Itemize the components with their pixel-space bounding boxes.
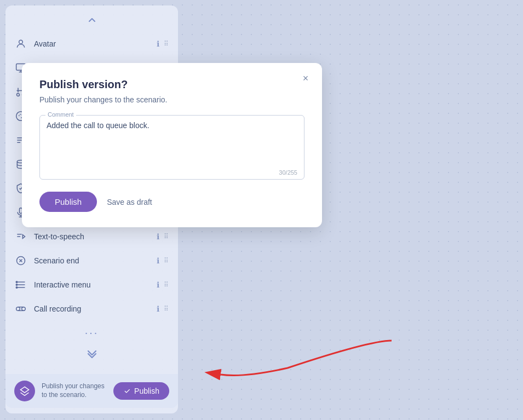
comment-counter: 30/255 xyxy=(47,169,297,176)
modal-save-draft-button[interactable]: Save as draft xyxy=(107,198,152,206)
modal-close-button[interactable]: × xyxy=(298,71,313,86)
modal-publish-button[interactable]: Publish xyxy=(39,192,97,212)
comment-legend: Comment xyxy=(45,111,76,118)
publish-modal: × Publish version? Publish your changes … xyxy=(22,63,322,227)
modal-title: Publish version? xyxy=(39,78,304,91)
comment-fieldset: Comment Added the call to queue block. 3… xyxy=(39,115,304,180)
comment-textarea[interactable]: Added the call to queue block. xyxy=(47,121,297,165)
modal-subtitle: Publish your changes to the scenario. xyxy=(39,95,304,104)
modal-overlay: × Publish version? Publish your changes … xyxy=(0,0,523,420)
modal-actions: Publish Save as draft xyxy=(39,192,304,212)
